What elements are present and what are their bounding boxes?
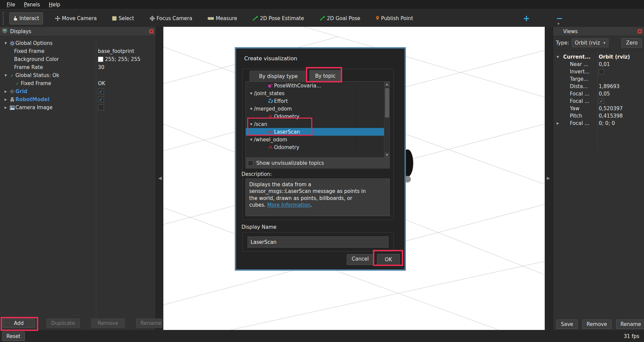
tab-by-display-type[interactable]: By display type (250, 71, 307, 81)
topic-row-laserscan[interactable]: LaserScan (246, 128, 389, 136)
create-visualization-dialog: Create visualization By display type By … (235, 47, 406, 271)
scrollbar-thumb[interactable] (385, 88, 389, 118)
tool-interact[interactable]: Interact (9, 12, 43, 24)
save-view-button[interactable]: Save (556, 320, 578, 329)
tree-down-arrow-icon: ▼ (555, 55, 560, 59)
display-row-camera-image[interactable]: ▶Camera Image (0, 104, 156, 112)
topic-list-scrollbar[interactable]: ▲ ▼ (384, 82, 389, 157)
reset-button[interactable]: Reset (2, 332, 25, 341)
tool-2d-pose-estimate[interactable]: 2D Pose Estimate (249, 13, 308, 24)
toolbar-drag-handle[interactable] (3, 12, 5, 25)
chevron-down-icon: ▼ (603, 42, 605, 45)
view-property-near--1[interactable]: Near ...0,01 (553, 61, 644, 68)
tool-focus-camera[interactable]: Focus Camera (146, 13, 196, 24)
view-property-focal--9[interactable]: ▶Focal ...0; 0; 0 (553, 120, 644, 127)
robot-icon (9, 97, 15, 102)
view-property-invert--2[interactable]: Invert... (553, 68, 644, 75)
displays-panel: Displays ▼Global OptionsFixed Framebase_… (0, 27, 156, 330)
display-row-global-status-ok[interactable]: ▼✓Global Status: Ok (0, 71, 156, 79)
scroll-up-icon[interactable]: ▲ (384, 82, 390, 87)
topic-row--joint-states[interactable]: ▼/joint_states (246, 89, 389, 97)
displays-close-icon[interactable] (149, 29, 154, 33)
check-icon: ✓ (9, 73, 15, 78)
check-icon: ✓ (14, 81, 21, 86)
views-close-icon[interactable] (638, 29, 642, 33)
displays-panel-header[interactable]: Displays (0, 27, 156, 36)
menu-item-help[interactable]: Help (45, 1, 63, 8)
topic-row--wheel-odom[interactable]: ▼/wheel_odom (246, 136, 389, 143)
toolbar-extension-icon[interactable]: ▼ (557, 22, 559, 25)
panel-collapse-left-icon[interactable]: ◀ (158, 176, 162, 181)
display-row-robotmodel[interactable]: ▶RobotModel✓ (0, 95, 156, 104)
zero-button[interactable]: Zero (622, 38, 642, 48)
tab-by-topic[interactable]: By topic (309, 70, 341, 81)
tool-measure[interactable]: Measure (204, 13, 240, 24)
cancel-button[interactable]: Cancel (347, 254, 374, 265)
remove-display-button[interactable]: Remove (91, 319, 125, 328)
view-property-dista--4[interactable]: Dista...1,89693 (553, 83, 644, 90)
display-name-input[interactable] (248, 236, 388, 248)
display-row-fixed-frame[interactable]: Fixed Framebase_footprint (0, 47, 156, 55)
scroll-down-icon[interactable]: ▼ (384, 152, 390, 157)
view-property-targe--3[interactable]: Targe... (553, 75, 644, 83)
panel-splitter[interactable]: ······ (0, 314, 156, 316)
odometry-icon (267, 115, 274, 118)
property-checkbox[interactable] (599, 69, 604, 74)
red-pin-icon (376, 16, 379, 21)
display-row-frame-rate[interactable]: Frame Rate30 (0, 63, 156, 71)
show-unvisualizable-checkbox[interactable] (248, 160, 253, 166)
tool-publish-point[interactable]: Publish Point (372, 13, 416, 24)
tree-down-arrow-icon: ▼ (3, 74, 9, 77)
enable-checkbox[interactable]: ✓ (98, 88, 104, 94)
rename-display-button[interactable]: Rename (136, 319, 162, 328)
display-row-background-color[interactable]: Background Color255; 255; 255 (0, 55, 156, 63)
display-row-grid[interactable]: ▶Grid✓ (0, 87, 156, 95)
displays-panel-title: Displays (10, 28, 31, 35)
description-label: Description: (241, 171, 272, 177)
hand-icon (13, 16, 18, 21)
tree-down-arrow-icon: ▼ (3, 42, 9, 45)
fps-counter: 31 fps (624, 333, 639, 339)
panel-collapse-right-icon[interactable]: ▶ (547, 176, 550, 181)
topic-row--merged-odom[interactable]: ▼/merged_odom (246, 105, 389, 113)
view-property-focal--6[interactable]: Focal ...✓ (553, 97, 644, 105)
add-display-button[interactable]: Add (3, 319, 35, 328)
rename-view-button[interactable]: Rename (616, 320, 644, 329)
tree-right-arrow-icon: ▶ (3, 106, 9, 109)
laserscan-icon (267, 130, 274, 134)
green-arrow-icon (253, 16, 258, 21)
more-information-link[interactable]: More Information (267, 202, 311, 208)
tool-move-camera[interactable]: Move Camera (52, 13, 100, 24)
topic-list: PoseWithCovaria...▼/joint_statesEffort▼/… (246, 81, 390, 158)
topic-row-odometry[interactable]: Odometry (246, 143, 389, 151)
tool-select[interactable]: Select (109, 13, 137, 24)
menu-bar: FilePanelsHelp (0, 0, 644, 9)
tree-down-arrow-icon: ▼ (249, 107, 254, 111)
view-property-yaw-7[interactable]: Yaw0,520397 (553, 105, 644, 112)
display-row-global-options[interactable]: ▼Global Options (0, 39, 156, 47)
view-property-focal--5[interactable]: Focal ...0,05 (553, 90, 644, 97)
topic-row-posewithcovaria-[interactable]: PoseWithCovaria... (246, 82, 389, 89)
view-type-select[interactable]: Orbit (rviz ▼ (572, 39, 608, 47)
topic-row-effort[interactable]: Effort (246, 97, 389, 105)
view-property-current--0[interactable]: ▼Current...Orbit (rviz) (553, 53, 644, 61)
duplicate-display-button[interactable]: Duplicate (46, 319, 80, 328)
tool-2d-goal-pose[interactable]: 2D Goal Pose (316, 13, 364, 24)
topic-row--scan[interactable]: ▼/scan (246, 120, 389, 128)
add-tool-button[interactable]: + (520, 14, 533, 23)
display-row-fixed-frame[interactable]: ✓Fixed FrameOK (0, 79, 156, 87)
property-checkbox[interactable]: ✓ (599, 98, 604, 104)
enable-checkbox[interactable]: ✓ (98, 96, 104, 102)
menu-item-file[interactable]: File (3, 1, 18, 8)
tree-right-arrow-icon: ▶ (555, 122, 560, 125)
remove-tool-button[interactable]: − (553, 14, 566, 23)
view-property-pitch-8[interactable]: Pitch0,415398 (553, 112, 644, 120)
remove-view-button[interactable]: Remove (582, 320, 611, 329)
move-icon (55, 16, 60, 21)
topic-row-odometry[interactable]: Odometry (246, 113, 389, 120)
ok-button[interactable]: OK (377, 254, 400, 265)
views-panel-header[interactable]: Views (553, 27, 644, 36)
menu-item-panels[interactable]: Panels (20, 1, 43, 8)
enable-checkbox[interactable] (98, 105, 104, 111)
description-box: Displays the data from asensor_msgs::Las… (246, 179, 390, 216)
